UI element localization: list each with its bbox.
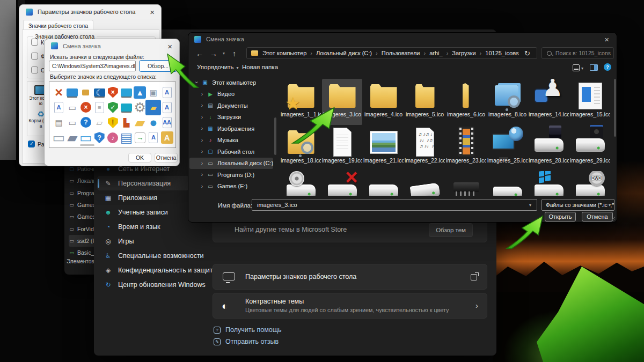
breadcrumb-segment[interactable]: Загрузки › <box>452 50 485 56</box>
file-tile[interactable]: imageres_8.ico <box>487 79 528 125</box>
system-icon[interactable]: ✓ <box>108 102 118 113</box>
address-dropdown-icon[interactable]: ▾ <box>513 50 515 56</box>
settings-sidebar-item[interactable]: ◎ Игры <box>97 234 189 248</box>
checkbox[interactable] <box>31 39 38 46</box>
tree-item[interactable]: › ▭ Programs (D:) <box>189 169 273 181</box>
system-icon[interactable]: A <box>54 102 63 113</box>
system-icon[interactable]: ▰ <box>147 101 159 114</box>
system-icon[interactable]: ▣ <box>147 86 159 99</box>
cancel-button[interactable]: Отмена <box>582 212 613 221</box>
open-button[interactable]: Открыть <box>545 212 576 221</box>
settings-sidebar-item[interactable]: ▦ Приложения <box>97 190 189 205</box>
dialog-titlebar[interactable]: Смена значка <box>45 39 179 53</box>
close-icon[interactable]: × <box>604 35 609 44</box>
tree-item[interactable]: › ▶ Видео <box>189 88 273 100</box>
settings-sidebar-item[interactable]: ◔ Время и язык <box>97 219 189 234</box>
file-tile[interactable]: imageres_3.ico <box>322 79 362 125</box>
send-feedback-link[interactable]: ✎ Отправить отзыв <box>214 338 279 345</box>
horizontal-scrollbar[interactable] <box>80 144 94 146</box>
system-icon[interactable]: A <box>163 102 172 113</box>
chevron-down-icon[interactable]: ▾ <box>581 66 583 71</box>
resize-grip[interactable] <box>611 216 615 220</box>
system-icon[interactable]: ● <box>147 116 159 129</box>
tree-item[interactable]: › ▭ Локальный диск (C:) <box>189 158 273 169</box>
system-icon[interactable]: ▲ <box>134 86 146 99</box>
system-icon[interactable]: ♪ <box>107 132 118 143</box>
breadcrumb-segment[interactable]: Локальный диск (C:) › <box>316 50 382 56</box>
system-icon[interactable]: ▭ <box>53 131 65 144</box>
browse-button[interactable]: Обзор... <box>139 60 177 72</box>
tree-chevron-icon[interactable]: › <box>199 160 205 166</box>
system-icon[interactable]: ▰ <box>134 116 146 129</box>
system-icon[interactable]: ▙ <box>120 116 133 129</box>
tree-chevron-icon[interactable]: › <box>199 183 205 189</box>
ok-button[interactable]: OK <box>128 153 151 162</box>
file-tile[interactable]: imageres_5.ico <box>405 79 445 125</box>
file-tile[interactable]: imageres_21.ico <box>363 125 404 171</box>
file-tile[interactable] <box>529 171 569 197</box>
help-icon[interactable]: ? <box>604 63 611 71</box>
cancel-button[interactable]: Отмена <box>155 153 178 162</box>
breadcrumb-segment[interactable]: arhi_ › <box>429 50 452 56</box>
sidebar-item[interactable]: ▭ Локаль <box>69 175 97 187</box>
history-chevron-icon[interactable]: ▾ <box>223 51 225 56</box>
refresh-icon[interactable]: ↻ <box>524 49 530 57</box>
settings-sidebar-item[interactable]: ♿ Специальные возможности <box>97 248 189 263</box>
grid-scrollbar[interactable] <box>614 79 616 137</box>
tree-chevron-icon[interactable]: › <box>199 172 205 178</box>
settings-sidebar-item[interactable]: ↻ Центр обновления Windows <box>97 277 189 292</box>
breadcrumb-segment[interactable]: Этот компьютер › <box>262 50 316 56</box>
sidebar-item[interactable]: ▭ Games ( <box>69 199 97 211</box>
system-icon[interactable]: ▭ <box>66 116 78 129</box>
tree-item[interactable]: › ▤ Документы <box>189 100 273 112</box>
file-tile[interactable]: imageres_29.ico <box>570 125 610 171</box>
system-icon[interactable]: × <box>53 86 65 99</box>
system-icon[interactable]: ▭ <box>79 131 92 144</box>
file-tile[interactable]: imageres_18.ico <box>281 125 321 171</box>
file-tile[interactable]: imageres_28.ico <box>529 125 569 171</box>
system-icon[interactable]: ▤ <box>53 116 65 129</box>
filetype-select[interactable]: Файлы со значками (*.ico;*.icl ▾ <box>541 199 614 211</box>
file-tile[interactable]: imageres_14.ico <box>529 79 569 125</box>
system-icon[interactable] <box>67 88 78 97</box>
forward-icon[interactable]: → <box>210 49 217 58</box>
file-tile[interactable] <box>405 171 445 197</box>
system-icon[interactable]: ☾ <box>94 88 105 97</box>
dialog-titlebar[interactable]: Параметры значков рабочего стола <box>19 5 161 19</box>
tree-item[interactable]: › ▦ Изображения <box>189 123 273 135</box>
system-icon[interactable]: ▤ <box>120 131 133 144</box>
system-icon[interactable]: A <box>163 87 172 98</box>
system-icon[interactable]: ▰ <box>66 131 78 144</box>
tree-item[interactable]: › ▣ Этот компьютер <box>189 77 273 88</box>
file-tile[interactable]: imageres_1_1.ico <box>281 79 321 125</box>
system-icon[interactable]: ? <box>94 132 105 143</box>
file-tile[interactable] <box>570 171 610 197</box>
tree-chevron-icon[interactable]: › <box>199 102 205 108</box>
system-icon[interactable]: ▱ <box>93 116 106 129</box>
file-tile[interactable]: imageres_23.ico <box>446 125 486 171</box>
system-icon[interactable]: × <box>108 87 118 98</box>
tree-item[interactable]: › ↓ Загрузки <box>189 112 273 123</box>
file-tile[interactable] <box>322 171 362 197</box>
file-tile[interactable]: imageres_6.ico <box>446 79 486 125</box>
file-tile[interactable] <box>487 171 528 197</box>
system-icon[interactable]: AA <box>163 117 172 128</box>
system-icon[interactable] <box>121 104 132 112</box>
file-tile[interactable] <box>281 171 321 197</box>
system-icon[interactable]: ! <box>108 117 118 128</box>
settings-sidebar-item[interactable]: ✎ Персонализация <box>97 176 189 190</box>
file-tile[interactable]: imageres_19.ico <box>322 125 362 171</box>
tree-scrollbar[interactable] <box>274 117 276 155</box>
sidebar-item[interactable]: ▭ Basic_H <box>69 247 97 258</box>
system-icon[interactable] <box>82 90 89 95</box>
file-tile[interactable] <box>363 171 404 197</box>
system-icon[interactable]: A <box>161 131 173 144</box>
sidebar-item[interactable]: ▭ ForVide <box>69 223 97 234</box>
dialog-titlebar[interactable]: Смена значка <box>188 33 617 46</box>
sidebar-item[interactable]: ▭ Program <box>69 187 97 199</box>
desktop-icon-settings-card[interactable]: Параметры значков рабочего стола <box>213 264 487 290</box>
sidebar-item[interactable]: ▭ ssd2 (H <box>69 235 97 247</box>
system-icon[interactable]: ≡ <box>95 102 104 113</box>
new-folder-button[interactable]: Новая папка <box>242 64 278 70</box>
icon-file-path-input[interactable]: C:\Windows\System32\imageres.dll <box>49 61 136 71</box>
